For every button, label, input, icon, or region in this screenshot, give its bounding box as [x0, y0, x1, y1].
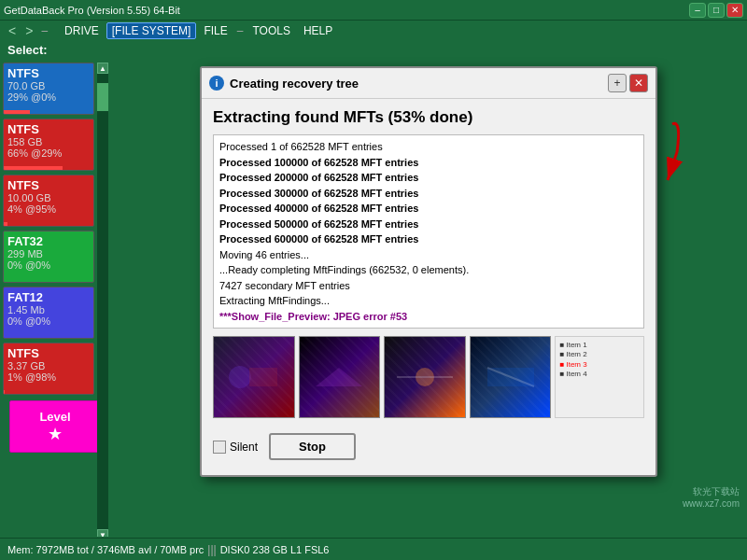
log-line-12: ***Show_File_Preview: JPEG error #53: [219, 309, 638, 325]
modal-titlebar: i Creating recovery tree + ✕: [202, 68, 655, 99]
preview-img-4: [470, 336, 552, 418]
log-line-10: 7427 secondary MFT entries: [219, 278, 638, 294]
preview-img-1: [213, 336, 295, 418]
log-line-9: ...Ready completing MftFindings (662532,…: [219, 262, 638, 278]
log-line-6: Processed 500000 of 662528 MFT entries: [219, 217, 638, 232]
drive-pct-1: 29% @0%: [7, 91, 90, 103]
nav-separator: –: [39, 24, 49, 37]
menu-help[interactable]: HELP: [298, 22, 338, 39]
drive-label-6: NTFS: [7, 346, 90, 360]
memory-status: Mem: 7972MB tot / 3746MB avl / 70MB prc: [7, 544, 204, 555]
nav-buttons: < > –: [6, 23, 49, 38]
watermark-line1: 软光下载站: [683, 485, 740, 498]
back-button[interactable]: <: [6, 23, 19, 38]
content-area: i Creating recovery tree + ✕ Extracting …: [110, 59, 747, 537]
recovery-tree-dialog: i Creating recovery tree + ✕ Extracting …: [200, 66, 657, 477]
svg-rect-1: [249, 368, 277, 386]
menu-bar: < > – DRIVE [FILE SYSTEM] FILE – TOOLS H…: [0, 21, 747, 41]
silent-checkbox-group[interactable]: Silent: [213, 441, 258, 454]
drive-pct-3: 4% @95%: [7, 203, 90, 215]
title-bar: GetDataBack Pro (Version 5.55) 64-Bit – …: [0, 0, 747, 21]
drive-pct-2: 66% @29%: [7, 147, 90, 159]
drive-pct-5: 0% @0%: [7, 315, 90, 327]
menu-file[interactable]: FILE: [198, 22, 233, 39]
disk-status: DISK0 238 GB L1 FSL6: [220, 544, 330, 555]
svg-marker-2: [316, 368, 362, 386]
sidebar-scrollbar[interactable]: ▲ ▼: [97, 63, 108, 537]
menu-tools[interactable]: TOOLS: [247, 22, 295, 39]
level-star-icon: ★: [48, 424, 63, 444]
svg-point-0: [229, 366, 251, 388]
drive-bar-6: [4, 390, 5, 394]
drive-size-3: 10.00 GB: [7, 192, 90, 203]
modal-controls: + ✕: [605, 74, 648, 92]
scroll-up-arrow[interactable]: ▲: [97, 63, 108, 74]
modal-body: Extracting found MFTs (53% done) Process…: [202, 99, 655, 475]
drive-item-fat12[interactable]: FAT12 1.45 Mb 0% @0%: [3, 287, 94, 339]
drive-bar-3: [4, 222, 7, 226]
modal-title-text: Creating recovery tree: [230, 77, 359, 91]
forward-button[interactable]: >: [22, 23, 35, 38]
drive-item-ntfs-158gb[interactable]: NTFS 158 GB 66% @29%: [3, 119, 94, 171]
menu-sep1: –: [235, 24, 246, 37]
drive-item-ntfs-70gb[interactable]: NTFS 70.0 GB 29% @0%: [3, 63, 94, 115]
app-title: GetDataBack Pro (Version 5.55) 64-Bit: [4, 5, 180, 16]
scroll-track: [97, 74, 108, 529]
sidebar: ▲ ▼ NTFS 70.0 GB 29% @0% NTFS 158 GB 66%…: [0, 59, 110, 537]
scroll-down-arrow[interactable]: ▼: [97, 529, 108, 537]
log-line-8: Moving 46 entries...: [219, 247, 638, 263]
progress-heading: Extracting found MFTs (53% done): [213, 108, 644, 127]
log-line-4: Processed 300000 of 662528 MFT entries: [219, 186, 638, 202]
drive-size-6: 3.37 GB: [7, 360, 90, 371]
menu-filesystem[interactable]: [FILE SYSTEM]: [106, 22, 197, 39]
select-label: Select:: [0, 41, 747, 59]
log-line-1: Processed 1 of 662528 MFT entries: [219, 139, 638, 155]
minimize-button[interactable]: –: [689, 3, 706, 18]
preview-img-2: [299, 336, 381, 418]
preview-area: ■ Item 1 ■ Item 2 ■ Item 3 ■ Item 4: [213, 336, 644, 420]
log-line-2: Processed 100000 of 662528 MFT entries: [219, 155, 638, 171]
drive-size-4: 299 MB: [7, 248, 90, 259]
drive-size-5: 1.45 Mb: [7, 304, 90, 315]
stop-button[interactable]: Stop: [269, 433, 356, 460]
drive-label-2: NTFS: [7, 122, 90, 136]
drive-size-1: 70.0 GB: [7, 80, 90, 91]
window-controls: – □ ✕: [689, 3, 743, 18]
drive-label-5: FAT12: [7, 290, 90, 304]
log-line-3: Processed 200000 of 662528 MFT entries: [219, 170, 638, 186]
watermark: 软光下载站 www.xz7.com: [683, 485, 740, 509]
drive-item-ntfs-10gb[interactable]: NTFS 10.00 GB 4% @95%: [3, 175, 94, 227]
drive-pct-4: 0% @0%: [7, 259, 90, 271]
status-separator: |||: [204, 543, 219, 556]
log-line-5: Processed 400000 of 662528 MFT entries: [219, 201, 638, 217]
drive-size-2: 158 GB: [7, 136, 90, 147]
drive-label-4: FAT32: [7, 234, 90, 248]
level-panel[interactable]: Level ★: [9, 400, 101, 453]
close-button[interactable]: ✕: [726, 3, 743, 18]
drive-label-1: NTFS: [7, 66, 90, 80]
silent-checkbox[interactable]: [213, 441, 226, 454]
modal-footer: Silent Stop: [213, 429, 644, 466]
preview-img-3: [384, 336, 466, 418]
drive-bar-1: [4, 110, 30, 114]
watermark-line2: www.xz7.com: [683, 498, 740, 509]
menu-drive[interactable]: DRIVE: [59, 22, 105, 39]
info-icon: i: [209, 76, 224, 91]
log-line-11: Extracting MftFindings...: [219, 293, 638, 309]
maximize-button[interactable]: □: [708, 3, 725, 18]
drive-item-ntfs-337gb[interactable]: NTFS 3.37 GB 1% @98%: [3, 343, 94, 395]
scroll-thumb[interactable]: [97, 83, 108, 111]
drive-bar-2: [4, 166, 63, 170]
preview-img-5: ■ Item 1 ■ Item 2 ■ Item 3 ■ Item 4: [555, 336, 644, 418]
drive-label-3: NTFS: [7, 178, 90, 192]
modal-plus-button[interactable]: +: [608, 74, 627, 92]
drive-item-fat32[interactable]: FAT32 299 MB 0% @0%: [3, 231, 94, 283]
modal-close-button[interactable]: ✕: [629, 74, 648, 92]
silent-label: Silent: [230, 441, 258, 454]
main-area: ▲ ▼ NTFS 70.0 GB 29% @0% NTFS 158 GB 66%…: [0, 59, 747, 537]
status-bar: Mem: 7972MB tot / 3746MB avl / 70MB prc …: [0, 538, 747, 560]
modal-title-left: i Creating recovery tree: [209, 76, 359, 91]
drive-pct-6: 1% @98%: [7, 371, 90, 383]
log-area: Processed 1 of 662528 MFT entries Proces…: [213, 134, 644, 329]
level-label: Level: [39, 410, 70, 424]
